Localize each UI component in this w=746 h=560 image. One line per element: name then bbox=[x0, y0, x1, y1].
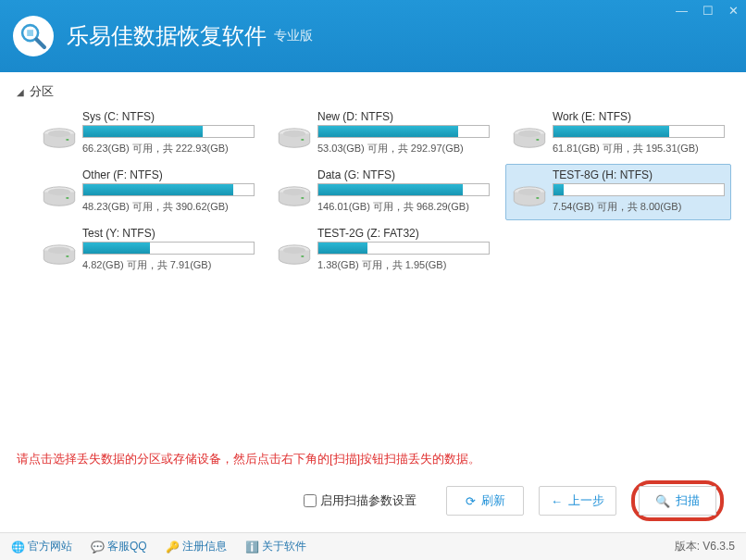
enable-scan-params-checkbox[interactable]: 启用扫描参数设置 bbox=[304, 492, 417, 509]
partition-info: 146.01(GB) 可用，共 968.29(GB) bbox=[317, 200, 490, 214]
usage-bar bbox=[317, 242, 490, 255]
partition-item[interactable]: Test (Y: NTFS)4.82(GB) 可用，共 7.91(GB) bbox=[35, 222, 261, 279]
svg-point-16 bbox=[283, 189, 305, 195]
partition-label: Data (G: NTFS) bbox=[317, 168, 490, 181]
close-icon[interactable]: ✕ bbox=[728, 4, 739, 18]
hdd-icon bbox=[512, 183, 547, 214]
partition-label: New (D: NTFS) bbox=[317, 110, 490, 123]
hdd-icon bbox=[277, 125, 312, 156]
usage-bar bbox=[317, 125, 490, 138]
app-title: 乐易佳数据恢复软件 bbox=[67, 21, 267, 51]
titlebar: 乐易佳数据恢复软件 专业版 — ☐ ✕ bbox=[0, 0, 746, 72]
partition-info: 61.81(GB) 可用，共 195.31(GB) bbox=[553, 142, 725, 156]
refresh-button[interactable]: ⟳ 刷新 bbox=[446, 486, 524, 516]
usage-bar bbox=[553, 125, 725, 138]
hdd-icon bbox=[277, 183, 312, 214]
info-icon: ℹ️ bbox=[245, 541, 258, 554]
partition-item[interactable]: TEST-2G (Z: FAT32)1.38(GB) 可用，共 1.95(GB) bbox=[270, 222, 496, 279]
partition-info: 66.23(GB) 可用，共 222.93(GB) bbox=[82, 142, 255, 156]
partition-label: Test (Y: NTFS) bbox=[82, 227, 255, 240]
svg-rect-11 bbox=[536, 139, 539, 141]
enable-scan-params-input[interactable] bbox=[304, 494, 317, 507]
version-label: 版本: V6.3.5 bbox=[675, 539, 735, 554]
partition-label: TEST-8G (H: NTFS) bbox=[553, 168, 725, 181]
partition-item[interactable]: Work (E: NTFS)61.81(GB) 可用，共 195.31(GB) bbox=[505, 106, 731, 162]
svg-point-19 bbox=[518, 189, 541, 195]
collapse-icon: ◢ bbox=[17, 87, 24, 97]
partition-label: Sys (C: NTFS) bbox=[82, 110, 255, 123]
svg-point-10 bbox=[518, 131, 541, 137]
usage-bar bbox=[82, 125, 255, 138]
footer-about-link[interactable]: ℹ️ 关于软件 bbox=[245, 539, 306, 554]
hdd-icon bbox=[42, 183, 77, 214]
key-icon: 🔑 bbox=[166, 541, 179, 554]
partition-info: 48.23(GB) 可用，共 390.62(GB) bbox=[82, 200, 255, 214]
hdd-icon bbox=[512, 125, 547, 156]
globe-icon: 🌐 bbox=[11, 541, 24, 554]
action-row: 启用扫描参数设置 ⟳ 刷新 ← 上一步 🔍 扫描 bbox=[15, 477, 731, 532]
svg-rect-1 bbox=[27, 30, 33, 36]
scan-highlight: 🔍 扫描 bbox=[631, 480, 724, 521]
partition-label: TEST-2G (Z: FAT32) bbox=[317, 227, 490, 240]
svg-point-4 bbox=[48, 131, 70, 137]
svg-rect-8 bbox=[301, 139, 304, 141]
usage-bar bbox=[82, 183, 255, 196]
hdd-icon bbox=[277, 242, 312, 272]
partition-info: 1.38(GB) 可用，共 1.95(GB) bbox=[317, 258, 490, 272]
partition-grid: Sys (C: NTFS)66.23(GB) 可用，共 222.93(GB)Ne… bbox=[15, 106, 731, 279]
svg-rect-20 bbox=[536, 197, 539, 199]
svg-point-25 bbox=[283, 247, 305, 254]
partition-item[interactable]: Data (G: NTFS)146.01(GB) 可用，共 968.29(GB) bbox=[270, 164, 496, 220]
usage-bar bbox=[82, 242, 255, 255]
chat-icon: 💬 bbox=[91, 541, 104, 554]
svg-point-7 bbox=[283, 131, 305, 137]
prev-button[interactable]: ← 上一步 bbox=[539, 486, 616, 516]
partition-item[interactable]: Other (F: NTFS)48.23(GB) 可用，共 390.62(GB) bbox=[35, 164, 261, 220]
partition-label: Other (F: NTFS) bbox=[82, 168, 255, 181]
arrow-left-icon: ← bbox=[551, 494, 563, 508]
minimize-icon[interactable]: — bbox=[676, 4, 688, 18]
svg-rect-17 bbox=[301, 197, 304, 199]
svg-rect-14 bbox=[66, 197, 68, 199]
search-icon: 🔍 bbox=[655, 494, 670, 508]
partition-item[interactable]: TEST-8G (H: NTFS)7.54(GB) 可用，共 8.00(GB) bbox=[505, 164, 731, 220]
partition-info: 4.82(GB) 可用，共 7.91(GB) bbox=[82, 258, 255, 272]
section-label: 分区 bbox=[30, 83, 54, 100]
footer-site-link[interactable]: 🌐 官方网站 bbox=[11, 539, 72, 554]
svg-point-22 bbox=[48, 247, 70, 254]
partition-info: 7.54(GB) 可用，共 8.00(GB) bbox=[553, 200, 725, 214]
maximize-icon[interactable]: ☐ bbox=[702, 4, 714, 18]
section-partitions-header[interactable]: ◢ 分区 bbox=[15, 83, 731, 100]
svg-point-13 bbox=[48, 189, 70, 195]
hint-text: 请点击选择丢失数据的分区或存储设备，然后点击右下角的[扫描]按钮扫描丢失的数据。 bbox=[15, 443, 731, 477]
usage-bar bbox=[317, 183, 490, 196]
partition-label: Work (E: NTFS) bbox=[553, 110, 725, 123]
svg-rect-5 bbox=[66, 139, 68, 141]
scan-button[interactable]: 🔍 扫描 bbox=[639, 486, 716, 516]
hdd-icon bbox=[42, 242, 77, 272]
usage-bar bbox=[553, 183, 725, 196]
svg-rect-26 bbox=[301, 255, 304, 257]
partition-info: 53.03(GB) 可用，共 292.97(GB) bbox=[317, 142, 490, 156]
refresh-icon: ⟳ bbox=[466, 494, 476, 508]
svg-line-2 bbox=[36, 39, 44, 47]
app-edition: 专业版 bbox=[274, 28, 313, 44]
svg-rect-23 bbox=[66, 255, 68, 257]
partition-item[interactable]: Sys (C: NTFS)66.23(GB) 可用，共 222.93(GB) bbox=[35, 106, 261, 162]
hdd-icon bbox=[42, 125, 77, 156]
app-logo-icon bbox=[13, 16, 54, 56]
footer: 🌐 官方网站 💬 客服QQ 🔑 注册信息 ℹ️ 关于软件 版本: V6.3.5 bbox=[0, 532, 746, 560]
footer-qq-link[interactable]: 💬 客服QQ bbox=[91, 539, 147, 554]
partition-item[interactable]: New (D: NTFS)53.03(GB) 可用，共 292.97(GB) bbox=[270, 106, 496, 162]
footer-register-link[interactable]: 🔑 注册信息 bbox=[166, 539, 227, 554]
